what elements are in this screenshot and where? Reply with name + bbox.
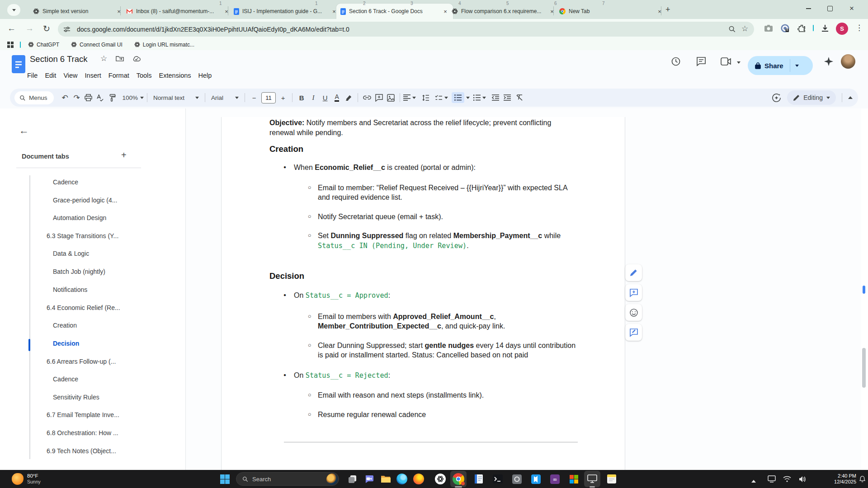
suggestion-comment-button[interactable] [625, 324, 642, 341]
sidebar-item[interactable]: Automation Design [53, 211, 106, 225]
star-document-icon[interactable]: ☆ [100, 54, 107, 63]
notification-bell-icon[interactable] [859, 476, 865, 482]
menu-format[interactable]: Format [105, 70, 133, 80]
scrollbar-thumb[interactable] [862, 348, 866, 388]
font-size-input[interactable]: 11 [261, 92, 276, 103]
highlight-color-button[interactable] [343, 91, 354, 104]
sidebar-item[interactable]: 6.3 Stage Transitions (Y... [47, 229, 118, 243]
doc-bullet[interactable]: ○ Email to members with Approved_Relief_… [269, 312, 588, 331]
new-tab-button[interactable]: + [665, 5, 670, 14]
task-view-icon[interactable] [346, 473, 358, 485]
bookmark-star-icon[interactable]: ☆ [741, 24, 748, 33]
search-highlight-image[interactable] [326, 474, 338, 485]
browser-tab-5[interactable]: Flow comparison 6.x requireme... × [448, 4, 560, 19]
redo-button[interactable]: ↷ [71, 91, 83, 104]
tab-search-button[interactable] [7, 4, 20, 16]
sidebar-item[interactable]: 6.4 Economic Relief (Re... [47, 300, 120, 315]
doc-bullet[interactable]: ○ Notify Secretariat queue (email + task… [269, 212, 588, 222]
taskbar-search-box[interactable]: Search [236, 472, 339, 486]
weather-widget[interactable]: 80°F Sunny [27, 473, 41, 485]
sidebar-item[interactable]: 6.8 Orchestration: How ... [47, 426, 118, 440]
undo-button[interactable]: ↶ [59, 91, 71, 104]
browser-tab-2[interactable]: Inbox (8) - saiful@momentum-... × [122, 4, 234, 19]
extensions-puzzle-icon[interactable] [797, 24, 806, 33]
add-comment-button[interactable] [625, 284, 642, 301]
bookmark-item[interactable]: Connect Gmail UI [71, 42, 123, 48]
sidebar-item[interactable]: 6.6 Arrears Follow-up (... [47, 354, 116, 369]
url-bar[interactable]: docs.google.com/document/d/1jkdXn2EE3q0X… [58, 22, 754, 37]
tab-close-icon[interactable]: × [223, 8, 230, 15]
doc-bullet[interactable]: ● When Economic_Relief__c is created (po… [269, 163, 588, 173]
tab-close-icon[interactable]: × [656, 8, 663, 15]
clear-formatting-button[interactable] [513, 91, 525, 104]
menu-edit[interactable]: Edit [41, 70, 60, 80]
meet-dropdown-icon[interactable] [737, 61, 741, 66]
paint-format-button[interactable] [106, 91, 118, 104]
weather-icon[interactable] [12, 473, 24, 485]
decrease-indent-button[interactable] [490, 91, 501, 104]
zoom-select[interactable]: 100% [123, 94, 144, 101]
doc-heading[interactable]: Creation [269, 144, 588, 155]
sidebar-item[interactable]: Cadence [53, 372, 78, 386]
site-settings-icon[interactable] [63, 26, 71, 33]
browser-profile-avatar[interactable]: S [836, 23, 848, 35]
menu-help[interactable]: Help [195, 70, 216, 80]
reload-button[interactable]: ↻ [43, 23, 50, 34]
sidebar-item[interactable]: Notifications [53, 282, 87, 297]
window-minimize-button[interactable] [798, 1, 818, 16]
back-button[interactable]: ← [7, 23, 16, 33]
screenshot-camera-icon[interactable] [764, 24, 773, 32]
sidebar-item[interactable]: Creation [53, 318, 77, 333]
browser-tab-active[interactable]: Section 6 Track - Google Docs × [336, 4, 453, 19]
doc-paragraph[interactable]: Objective: Notify members and Secretaria… [269, 118, 588, 137]
doc-bullet[interactable]: ○ Email to member: “Relief Request Recei… [269, 183, 588, 202]
editing-mode-button[interactable]: Editing [787, 90, 836, 105]
sidebar-item-selected[interactable]: Decision [53, 336, 79, 351]
window-close-button[interactable]: × [842, 1, 862, 16]
bookmark-item[interactable]: Login URL mismatc... [134, 42, 194, 48]
document-text[interactable]: Objective: Notify members and Secretaria… [269, 118, 588, 442]
cast-screen-icon[interactable] [766, 473, 778, 485]
display-app-icon[interactable] [586, 473, 598, 485]
scrollbar-position-indicator[interactable] [863, 286, 865, 294]
menu-tools[interactable]: Tools [133, 70, 156, 80]
start-button[interactable] [219, 473, 231, 485]
sticky-notes-icon[interactable] [606, 473, 618, 485]
file-explorer-icon[interactable] [380, 473, 392, 485]
add-comment-button[interactable] [373, 91, 385, 104]
password-manager-icon[interactable] [780, 23, 790, 33]
emoji-reaction-button[interactable] [625, 304, 642, 321]
increase-indent-button[interactable] [501, 91, 513, 104]
font-select[interactable]: Arial [208, 94, 241, 101]
add-tab-button[interactable]: + [121, 150, 127, 160]
line-spacing-button[interactable] [420, 91, 431, 104]
doc-bullet[interactable]: ○ Resume regular renewal cadence [269, 410, 588, 420]
edge-icon[interactable] [396, 474, 407, 484]
suggest-edits-button[interactable] [625, 264, 642, 281]
clock-widget[interactable]: 2:40 PM 12/4/2025 [834, 473, 856, 485]
paragraph-style-select[interactable]: Normal text [151, 94, 202, 101]
settings-app-icon[interactable] [511, 473, 523, 485]
microsoft-app-icon[interactable] [568, 473, 580, 485]
sidebar-item[interactable]: Cadence [53, 175, 78, 189]
align-select[interactable] [403, 94, 416, 101]
sidebar-item[interactable]: Sensitivity Rules [53, 390, 99, 404]
meet-video-icon[interactable] [721, 57, 731, 66]
volume-icon[interactable] [797, 473, 808, 485]
search-tabs-icon[interactable] [728, 25, 736, 33]
close-panel-back-icon[interactable]: ← [19, 125, 29, 136]
menu-file[interactable]: File [24, 70, 41, 80]
gemini-sparkle-icon[interactable] [824, 56, 834, 66]
insert-image-button[interactable] [385, 91, 396, 104]
wifi-icon[interactable] [781, 473, 793, 485]
apps-grid-icon[interactable] [7, 42, 14, 48]
document-app-icon[interactable] [473, 473, 485, 485]
version-history-icon[interactable] [671, 56, 681, 66]
download-icon[interactable] [821, 24, 830, 33]
share-button[interactable]: Share [748, 56, 813, 75]
doc-bullet[interactable]: ● On Status__c = Rejected: [269, 371, 588, 381]
browser-tab-1[interactable]: Simple text version × [29, 4, 127, 19]
move-to-folder-icon[interactable] [116, 55, 124, 62]
numbered-list-select[interactable] [473, 94, 486, 101]
insert-link-button[interactable] [361, 91, 373, 104]
